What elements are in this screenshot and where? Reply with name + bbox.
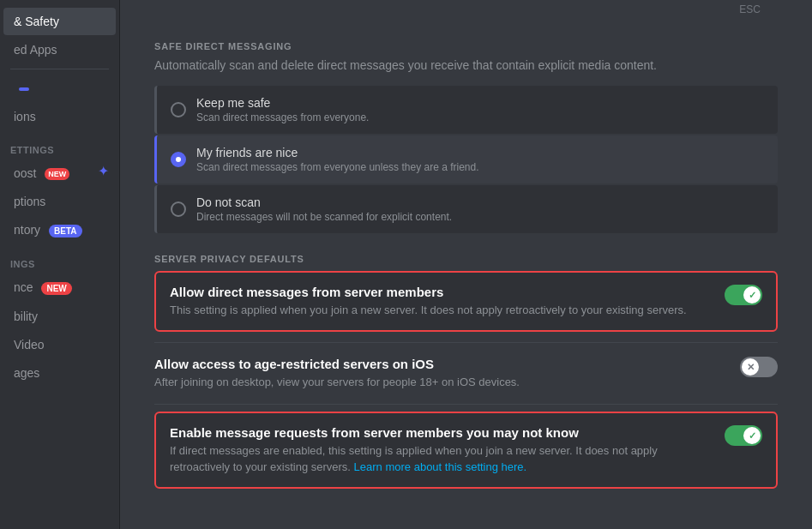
setting-row-allow-dm: Allow direct messages from server member…	[154, 271, 778, 332]
sidebar-item-label: nce	[14, 280, 33, 294]
safe-dm-section-header: SAFE DIRECT MESSAGING	[154, 41, 778, 51]
esc-label: ESC	[739, 3, 761, 15]
sidebar-item-label: ptions	[14, 195, 45, 208]
setting-row-message-requests: Enable message requests from server memb…	[154, 412, 778, 488]
toggle-x-icon: ✕	[747, 362, 755, 373]
sidebar-item-text-images[interactable]: ages	[3, 359, 116, 387]
esc-button[interactable]: ESC	[739, 3, 761, 15]
radio-text-friends-nice: My friends are nice Scan direct messages…	[196, 146, 479, 173]
main-content: ESC SAFE DIRECT MESSAGING Automatically …	[120, 0, 812, 529]
sidebar-item-label: & Safety	[14, 15, 59, 28]
sidebar-item-options[interactable]: ptions	[3, 188, 116, 215]
setting-description-message-requests: If direct messages are enabled, this set…	[170, 443, 711, 474]
sidebar-item-label: Video	[14, 338, 45, 352]
connections-badge	[19, 87, 29, 91]
sidebar-item-label: ntory	[14, 223, 40, 237]
toggle-knob-allow-dm: ✓	[743, 286, 761, 304]
toggle-age-restricted[interactable]: ✕	[740, 357, 778, 377]
safe-dm-description: Automatically scan and delete direct mes…	[154, 58, 778, 72]
top-bar: ESC	[154, 0, 778, 21]
sidebar-item-appearance[interactable]: nce NEW	[3, 274, 116, 302]
setting-description-age-restricted: After joining on desktop, view your serv…	[154, 375, 726, 390]
sidebar-item-connections[interactable]	[3, 75, 116, 102]
radio-sublabel-friends-nice: Scan direct messages from everyone unles…	[196, 161, 479, 173]
sidebar-section-user-settings: ETTINGS	[0, 131, 119, 159]
setting-content-allow-dm: Allow direct messages from server member…	[170, 285, 725, 318]
radio-label-no-scan: Do not scan	[196, 195, 452, 209]
setting-row-age-restricted: Allow access to age-restricted servers o…	[154, 342, 778, 405]
sidebar-item-label: ed Apps	[14, 43, 57, 57]
radio-text-no-scan: Do not scan Direct messages will not be …	[196, 195, 452, 223]
sidebar-item-label: oost	[14, 166, 36, 180]
sidebar-item-friend-requests[interactable]: ions	[3, 103, 116, 130]
radio-circle-no-scan	[171, 201, 186, 217]
sidebar-item-label: ages	[14, 366, 39, 380]
toggle-knob-age-restricted: ✕	[742, 358, 759, 376]
sidebar-divider	[10, 69, 109, 69]
sidebar: & Safety ed Apps ions ETTINGS oost ✦ NEW…	[0, 0, 120, 529]
toggle-knob-message-requests: ✓	[743, 427, 761, 444]
radio-circle-keep-safe	[171, 102, 186, 117]
sidebar-item-label: bility	[14, 310, 38, 323]
setting-title-age-restricted: Allow access to age-restricted servers o…	[154, 357, 726, 371]
setting-title-message-requests: Enable message requests from server memb…	[170, 425, 711, 440]
setting-content-message-requests: Enable message requests from server memb…	[170, 425, 725, 474]
sidebar-item-label: ions	[14, 110, 36, 123]
sidebar-item-boost[interactable]: oost ✦ NEW	[3, 159, 116, 187]
sidebar-item-inventory[interactable]: ntory BETA	[3, 216, 116, 244]
setting-content-age-restricted: Allow access to age-restricted servers o…	[154, 357, 740, 390]
setting-link-learn-more[interactable]: Learn more about this setting here.	[354, 460, 527, 473]
radio-option-friends-nice[interactable]: My friends are nice Scan direct messages…	[154, 135, 778, 183]
radio-circle-friends-nice	[171, 152, 186, 167]
new-star-icon: ✦	[98, 163, 109, 179]
radio-sublabel-keep-safe: Scan direct messages from everyone.	[196, 111, 369, 123]
toggle-allow-dm[interactable]: ✓	[725, 285, 762, 305]
sidebar-item-accessibility[interactable]: bility	[3, 303, 116, 330]
sidebar-item-safety[interactable]: & Safety	[3, 8, 116, 35]
inventory-badge: BETA	[49, 225, 81, 237]
radio-label-keep-safe: Keep me safe	[196, 96, 369, 110]
radio-sublabel-no-scan: Direct messages will not be scanned for …	[196, 211, 452, 223]
sidebar-item-voice-video[interactable]: Video	[3, 331, 116, 358]
setting-title-allow-dm: Allow direct messages from server member…	[170, 285, 711, 299]
toggle-check-icon-2: ✓	[749, 430, 756, 442]
sidebar-section-app-settings: INGS	[0, 245, 119, 273]
radio-text-keep-safe: Keep me safe Scan direct messages from e…	[196, 96, 369, 123]
boost-badge: NEW	[45, 168, 69, 180]
sidebar-item-authorized-apps[interactable]: ed Apps	[3, 36, 116, 63]
setting-description-allow-dm: This setting is applied when you join a …	[170, 303, 711, 318]
radio-option-keep-safe[interactable]: Keep me safe Scan direct messages from e…	[154, 86, 778, 134]
radio-option-no-scan[interactable]: Do not scan Direct messages will not be …	[154, 185, 778, 233]
radio-label-friends-nice: My friends are nice	[196, 146, 479, 159]
toggle-check-icon: ✓	[749, 290, 756, 301]
server-privacy-section-header: SERVER PRIVACY DEFAULTS	[154, 254, 778, 264]
toggle-message-requests[interactable]: ✓	[725, 425, 762, 446]
appearance-badge: NEW	[41, 282, 71, 295]
safe-dm-radio-group: Keep me safe Scan direct messages from e…	[154, 86, 778, 233]
